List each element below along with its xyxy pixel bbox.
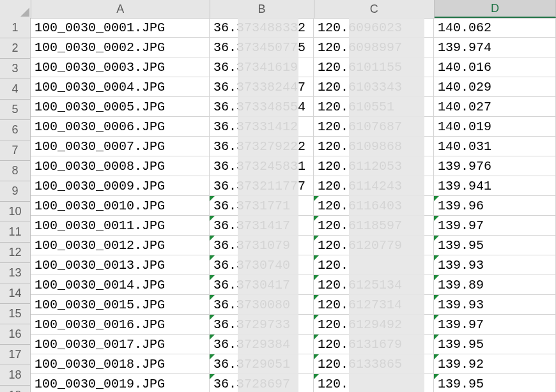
cell-c4[interactable]: 120.6103343 — [314, 77, 434, 97]
cell-b8[interactable]: 36.373245831 — [210, 156, 314, 176]
cell-c1[interactable]: 120.6096023 — [314, 18, 434, 38]
cell-d1[interactable]: 140.062 — [434, 18, 556, 38]
cell-c10[interactable]: 120.6116403 — [314, 196, 434, 216]
cell-b18[interactable]: 36.3729051 — [210, 354, 314, 374]
column-header-b[interactable]: B — [210, 0, 314, 18]
cell-d15[interactable]: 139.93 — [434, 295, 556, 315]
cell-c7[interactable]: 120.6109868 — [314, 137, 434, 156]
cell-d5[interactable]: 140.027 — [434, 97, 556, 117]
cell-b16[interactable]: 36.3729733 — [210, 315, 314, 335]
cell-c15[interactable]: 120.6127314 — [314, 295, 434, 315]
row-header-6[interactable]: 6 — [0, 120, 31, 140]
cell-d11[interactable]: 139.97 — [434, 216, 556, 236]
row-header-17[interactable]: 17 — [0, 345, 31, 365]
row-header-18[interactable]: 18 — [0, 365, 31, 386]
cell-c2[interactable]: 120.6098997 — [314, 38, 434, 57]
row-header-4[interactable]: 4 — [0, 79, 31, 100]
row-header-8[interactable]: 8 — [0, 161, 31, 181]
cell-a17[interactable]: 100_0030_0017.JPG — [31, 335, 210, 354]
cell-a19[interactable]: 100_0030_0019.JPG — [31, 374, 210, 392]
cell-d7[interactable]: 140.031 — [434, 137, 556, 156]
row-header-2[interactable]: 2 — [0, 38, 31, 59]
cell-c3[interactable]: 120.6101155 — [314, 57, 434, 77]
cell-b9[interactable]: 36.373211777 — [210, 176, 314, 196]
cell-b12[interactable]: 36.3731079 — [210, 236, 314, 255]
cell-a16[interactable]: 100_0030_0016.JPG — [31, 315, 210, 335]
cell-b6[interactable]: 36.37331412 — [210, 117, 314, 137]
cell-d4[interactable]: 140.029 — [434, 77, 556, 97]
cell-c13[interactable]: 120. — [314, 255, 434, 275]
cell-b11[interactable]: 36.3731417 — [210, 216, 314, 236]
row-header-11[interactable]: 11 — [0, 222, 31, 243]
cell-c9[interactable]: 120.6114243 — [314, 176, 434, 196]
column-header-d[interactable]: D — [435, 0, 556, 18]
cell-d8[interactable]: 139.976 — [434, 156, 556, 176]
cell-b7[interactable]: 36.373279222 — [210, 137, 314, 156]
cell-a11[interactable]: 100_0030_0011.JPG — [31, 216, 210, 236]
row-header-7[interactable]: 7 — [0, 140, 31, 161]
cell-a15[interactable]: 100_0030_0015.JPG — [31, 295, 210, 315]
cell-b15[interactable]: 36.3730080 — [210, 295, 314, 315]
cell-b17[interactable]: 36.3729384 — [210, 335, 314, 354]
cell-c11[interactable]: 120.6118597 — [314, 216, 434, 236]
cell-b4[interactable]: 36.373382447 — [210, 77, 314, 97]
cell-c6[interactable]: 120.6107687 — [314, 117, 434, 137]
cell-a5[interactable]: 100_0030_0005.JPG — [31, 97, 210, 117]
cell-d19[interactable]: 139.95 — [434, 374, 556, 392]
cell-c19[interactable]: 120. — [314, 374, 434, 392]
cell-c18[interactable]: 120.6133865 — [314, 354, 434, 374]
cell-d18[interactable]: 139.92 — [434, 354, 556, 374]
cell-b2[interactable]: 36.373450775 — [210, 38, 314, 57]
cell-b1[interactable]: 36.373488332 — [210, 18, 314, 38]
cell-b5[interactable]: 36.373348554 — [210, 97, 314, 117]
cell-a18[interactable]: 100_0030_0018.JPG — [31, 354, 210, 374]
cell-c14[interactable]: 120.6125134 — [314, 275, 434, 295]
cell-a14[interactable]: 100_0030_0014.JPG — [31, 275, 210, 295]
cell-a12[interactable]: 100_0030_0012.JPG — [31, 236, 210, 255]
cell-b10[interactable]: 36.3731771 — [210, 196, 314, 216]
cell-c16[interactable]: 120.6129492 — [314, 315, 434, 335]
cell-d14[interactable]: 139.89 — [434, 275, 556, 295]
cell-b14[interactable]: 36.3730417 — [210, 275, 314, 295]
cell-d3[interactable]: 140.016 — [434, 57, 556, 77]
select-all-corner[interactable] — [0, 0, 31, 18]
column-header-a[interactable]: A — [31, 0, 210, 18]
row-header-16[interactable]: 16 — [0, 324, 31, 345]
cell-a13[interactable]: 100_0030_0013.JPG — [31, 255, 210, 275]
cell-a2[interactable]: 100_0030_0002.JPG — [31, 38, 210, 57]
cell-b3[interactable]: 36.37341619 — [210, 57, 314, 77]
row-header-1[interactable]: 1 — [0, 18, 31, 38]
cell-d13[interactable]: 139.93 — [434, 255, 556, 275]
row-header-10[interactable]: 10 — [0, 202, 31, 222]
cell-a1[interactable]: 100_0030_0001.JPG — [31, 18, 210, 38]
row-header-13[interactable]: 13 — [0, 263, 31, 283]
cell-c5[interactable]: 120.610551 — [314, 97, 434, 117]
cell-a7[interactable]: 100_0030_0007.JPG — [31, 137, 210, 156]
row-header-12[interactable]: 12 — [0, 243, 31, 263]
cell-a6[interactable]: 100_0030_0006.JPG — [31, 117, 210, 137]
cell-d10[interactable]: 139.96 — [434, 196, 556, 216]
cell-a10[interactable]: 100_0030_0010.JPG — [31, 196, 210, 216]
cell-a8[interactable]: 100_0030_0008.JPG — [31, 156, 210, 176]
row-header-5[interactable]: 5 — [0, 100, 31, 120]
row-header-3[interactable]: 3 — [0, 59, 31, 79]
cell-d12[interactable]: 139.95 — [434, 236, 556, 255]
cell-c12[interactable]: 120.6120779 — [314, 236, 434, 255]
column-header-c[interactable]: C — [314, 0, 435, 18]
row-header-15[interactable]: 15 — [0, 304, 31, 324]
cell-a4[interactable]: 100_0030_0004.JPG — [31, 77, 210, 97]
row-header-19[interactable]: 19 — [0, 386, 31, 392]
cell-d16[interactable]: 139.97 — [434, 315, 556, 335]
cell-b19[interactable]: 36.3728697 — [210, 374, 314, 392]
cell-c17[interactable]: 120.6131679 — [314, 335, 434, 354]
cell-a9[interactable]: 100_0030_0009.JPG — [31, 176, 210, 196]
row-header-9[interactable]: 9 — [0, 181, 31, 202]
cell-b13[interactable]: 36.3730740 — [210, 255, 314, 275]
cell-d9[interactable]: 139.941 — [434, 176, 556, 196]
cell-d2[interactable]: 139.974 — [434, 38, 556, 57]
row-header-14[interactable]: 14 — [0, 283, 31, 304]
cell-c8[interactable]: 120.6112053 — [314, 156, 434, 176]
cell-d17[interactable]: 139.95 — [434, 335, 556, 354]
cell-a3[interactable]: 100_0030_0003.JPG — [31, 57, 210, 77]
cell-d6[interactable]: 140.019 — [434, 117, 556, 137]
